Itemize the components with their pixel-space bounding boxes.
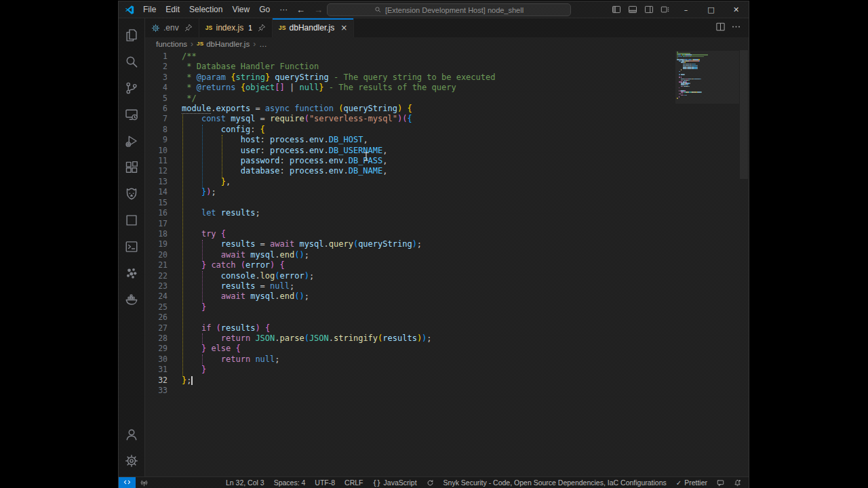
code-line[interactable]: 25 }: [145, 302, 674, 312]
code-line[interactable]: 8 config: {: [145, 125, 674, 135]
code-line[interactable]: 11 password: process.env.DB_PASS,: [145, 156, 674, 166]
close-tab-icon[interactable]: ×: [340, 23, 347, 33]
code-line[interactable]: 32};: [145, 375, 674, 386]
breadcrumb-item[interactable]: functions: [156, 40, 187, 48]
split-editor-icon[interactable]: [715, 22, 726, 35]
code-line[interactable]: 6module.exports = async function (queryS…: [145, 104, 674, 114]
activity-terminal-icon[interactable]: [119, 233, 144, 260]
status-cursor-position[interactable]: Ln 32, Col 3: [221, 479, 269, 487]
line-number: 17: [145, 219, 167, 229]
code-line[interactable]: 16 let results;: [145, 208, 674, 218]
code-line[interactable]: 15: [145, 198, 674, 208]
activity-run-tasks-icon[interactable]: [119, 127, 144, 154]
code-line[interactable]: 10 user: process.env.DB_USERNAME,: [145, 146, 674, 156]
status-feedback[interactable]: [712, 479, 729, 487]
line-content: };: [182, 375, 191, 386]
code-line[interactable]: 18 try {: [145, 229, 674, 239]
activity-source-control-icon[interactable]: [119, 75, 144, 101]
pin-icon[interactable]: [258, 24, 266, 32]
code-line[interactable]: 28 return JSON.parse(JSON.stringify(resu…: [145, 333, 674, 344]
mouse-ibeam-cursor: [363, 152, 369, 161]
customize-layout-icon[interactable]: [657, 1, 673, 18]
code-line[interactable]: 1/**: [145, 52, 674, 62]
line-content: config: {: [182, 125, 265, 135]
forward-arrow-icon[interactable]: →: [314, 5, 323, 15]
status-broadcast[interactable]: [136, 479, 153, 487]
code-line[interactable]: 12 database: process.env.DB_NAME,: [145, 166, 674, 176]
close-button[interactable]: ✕: [724, 1, 749, 18]
activity-circles-cluster-icon[interactable]: [119, 260, 144, 286]
line-content: results = await mysql.query(queryString)…: [182, 239, 422, 249]
code-line[interactable]: 31 }: [145, 365, 674, 375]
code-editor[interactable]: 1/**2 * Database Handler Function3 * @pa…: [145, 50, 749, 476]
status-eol[interactable]: CRLF: [340, 479, 368, 487]
menu-view[interactable]: View: [227, 1, 254, 18]
toggle-primary-sidebar-icon[interactable]: [608, 1, 625, 18]
search-icon: [374, 6, 382, 14]
tab-dbhandler-js[interactable]: JSdbHandler.js×: [273, 18, 355, 37]
command-center-search[interactable]: [Extension Development Host] node_shell: [327, 3, 571, 16]
menu-file[interactable]: File: [138, 1, 161, 18]
activity-snyk-icon[interactable]: [119, 180, 144, 207]
back-arrow-icon[interactable]: ←: [296, 5, 305, 15]
menu-more[interactable]: ···: [275, 1, 292, 18]
status-snyk-status[interactable]: Snyk Security - Code, Open Source Depend…: [439, 479, 671, 487]
code-line[interactable]: 19 results = await mysql.query(queryStri…: [145, 239, 674, 249]
status-sync-spinner[interactable]: [422, 479, 439, 487]
line-number: 27: [145, 323, 167, 333]
minimize-button[interactable]: –: [673, 1, 698, 18]
vertical-scrollbar[interactable]: [739, 50, 749, 476]
code-line[interactable]: 20 await mysql.end();: [145, 250, 674, 260]
code-line[interactable]: 24 await mysql.end();: [145, 291, 674, 302]
activity-extensions-icon[interactable]: [119, 154, 144, 180]
code-line[interactable]: 33: [145, 386, 674, 396]
activity-account-icon[interactable]: [119, 421, 144, 447]
more-actions-icon[interactable]: [731, 22, 741, 35]
minimap[interactable]: [675, 51, 739, 476]
activity-square-panel-icon[interactable]: [119, 207, 144, 233]
tab--env[interactable]: .env: [145, 18, 199, 37]
code-line[interactable]: 9 host: process.env.DB_HOST,: [145, 135, 674, 145]
maximize-button[interactable]: □: [698, 1, 724, 18]
remote-indicator[interactable]: [119, 477, 136, 488]
code-line[interactable]: 2 * Database Handler Function: [145, 62, 674, 72]
code-line[interactable]: 14 });: [145, 187, 674, 197]
status-notifications[interactable]: [729, 479, 746, 487]
code-line[interactable]: 7 const mysql = require("serverless-mysq…: [145, 114, 674, 124]
activity-settings-gear-icon[interactable]: [119, 447, 144, 474]
code-line[interactable]: 5 */: [145, 94, 674, 104]
code-line[interactable]: 26: [145, 312, 674, 323]
code-line[interactable]: 23 results = null;: [145, 281, 674, 291]
toggle-panel-icon[interactable]: [625, 1, 641, 18]
activity-search-icon[interactable]: [119, 48, 144, 75]
code-line[interactable]: 29 } else {: [145, 344, 674, 354]
line-number: 8: [145, 125, 167, 135]
activity-remote-explorer-icon[interactable]: [119, 101, 144, 127]
code-line[interactable]: 3 * @param {string} queryString - The qu…: [145, 73, 674, 83]
breadcrumb-item[interactable]: …: [259, 40, 267, 48]
menu-go[interactable]: Go: [254, 1, 275, 18]
code-line[interactable]: 4 * @returns {object[] | null} - The res…: [145, 83, 674, 93]
activity-explorer-icon[interactable]: [119, 22, 144, 48]
line-content: await mysql.end();: [182, 291, 309, 302]
code-line[interactable]: 21 } catch (error) {: [145, 260, 674, 270]
code-line[interactable]: 22 console.log(error);: [145, 271, 674, 281]
tab-index-js[interactable]: JSindex.js1: [199, 18, 273, 37]
activity-docker-icon[interactable]: [119, 286, 144, 312]
code-line[interactable]: 17: [145, 219, 674, 229]
js-icon: JS: [197, 41, 203, 47]
menu-edit[interactable]: Edit: [161, 1, 184, 18]
line-content: await mysql.end();: [182, 250, 309, 260]
status-encoding[interactable]: UTF-8: [310, 479, 340, 487]
code-line[interactable]: 13 },: [145, 177, 674, 187]
code-line[interactable]: 30 return null;: [145, 354, 674, 365]
scrollbar-slider[interactable]: [740, 50, 748, 179]
code-line[interactable]: 27 if (results) {: [145, 323, 674, 333]
pin-icon[interactable]: [184, 24, 193, 32]
menu-selection[interactable]: Selection: [184, 1, 227, 18]
status-indentation[interactable]: Spaces: 4: [269, 479, 311, 487]
toggle-secondary-sidebar-icon[interactable]: [641, 1, 657, 18]
status-language-mode[interactable]: {}JavaScript: [368, 479, 422, 487]
status-prettier-status[interactable]: ✓Prettier: [671, 479, 712, 487]
breadcrumb-item[interactable]: JSdbHandler.js: [197, 40, 250, 48]
